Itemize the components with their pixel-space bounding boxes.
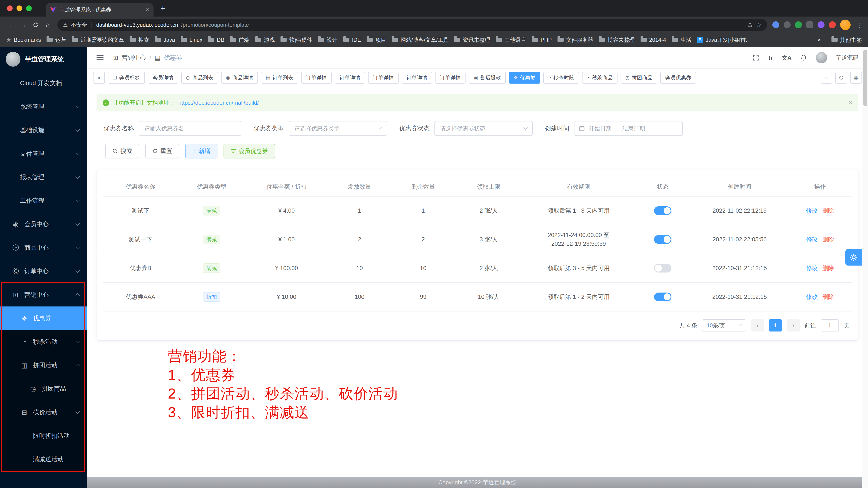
bookmark-folder[interactable]: 生活	[672, 36, 691, 44]
sidebar-item-member-center[interactable]: ◉会员中心	[0, 212, 87, 236]
home-icon[interactable]: ⌂	[42, 19, 54, 31]
status-toggle[interactable]	[654, 235, 672, 244]
tab-product-detail[interactable]: ◉商品详情	[221, 72, 258, 84]
tab-close-icon[interactable]: ×	[146, 6, 149, 13]
extension-icon[interactable]	[772, 21, 779, 28]
font-size-icon[interactable]: Tr	[768, 54, 773, 61]
tab-order-detail[interactable]: 订单详情	[335, 72, 365, 84]
sidebar-item-full-reduction-activity[interactable]: 满减送活动	[0, 448, 87, 471]
sidebar-item-system-management[interactable]: 系统管理	[0, 95, 87, 118]
coupon-name-input[interactable]	[139, 121, 241, 136]
tabs-refresh-button[interactable]	[835, 72, 847, 84]
share-icon[interactable]	[747, 22, 753, 28]
member-coupon-button[interactable]: 会员优惠券	[223, 144, 275, 159]
scrollbar-thumb[interactable]	[863, 50, 867, 106]
bookmark-folder[interactable]: 项目	[367, 36, 386, 44]
extension-icon[interactable]	[817, 21, 825, 28]
tabs-layout-button[interactable]: ▦	[850, 72, 862, 84]
search-button[interactable]: 搜索	[105, 144, 139, 159]
tab-member-coupon[interactable]: 会员优惠券	[660, 72, 696, 84]
prev-page-button[interactable]: ‹	[751, 319, 764, 332]
edit-link[interactable]: 修改	[806, 265, 818, 271]
bookmark-folder[interactable]: DB	[208, 37, 224, 43]
date-range-picker[interactable]: 开始日期 – 结束日期	[574, 121, 683, 136]
bookmark-folder[interactable]: 资讯未整理	[454, 36, 490, 44]
sidebar-item-payment-management[interactable]: 支付管理	[0, 142, 87, 166]
close-window-button[interactable]	[7, 5, 12, 11]
bookmarks-root[interactable]: ★Bookmarks	[6, 36, 41, 43]
minimize-window-button[interactable]	[17, 5, 22, 11]
forward-icon[interactable]: →	[18, 19, 30, 31]
extension-icon[interactable]	[829, 21, 836, 28]
sidebar-item-workflow[interactable]: 工作流程	[0, 189, 87, 212]
bookmark-folder[interactable]: PHP	[532, 37, 552, 43]
address-bar[interactable]: ⚠ 不安全 dashboard-vue3.yudao.iocoder.cn /p…	[57, 19, 767, 31]
extension-icon[interactable]	[795, 21, 802, 28]
edit-link[interactable]: 修改	[806, 294, 818, 300]
tabs-scroll-left-button[interactable]: «	[93, 72, 105, 84]
reload-icon[interactable]	[30, 19, 42, 31]
sidebar-item-product-center[interactable]: Ⓟ商品中心	[0, 236, 87, 259]
bookmark-folder[interactable]: 其他语言	[496, 36, 526, 44]
tab-seckill-time[interactable]: ◔秒杀时段	[544, 72, 579, 84]
bookmark-star-icon[interactable]: ☆	[756, 21, 762, 29]
tab-order-detail[interactable]: 订单详情	[368, 72, 399, 84]
app-logo[interactable]: 芋道管理系统	[0, 47, 87, 71]
breadcrumb-parent[interactable]: 营销中心	[122, 54, 146, 62]
bookmark-folder[interactable]: 2014-4	[641, 37, 666, 43]
bookmark-folder[interactable]: 前端	[230, 36, 250, 44]
alert-link[interactable]: https://doc.iocoder.cn/mall/build/	[178, 99, 259, 106]
bookmark-folder[interactable]: 设计	[318, 36, 338, 44]
bookmarks-overflow-icon[interactable]: »	[817, 36, 820, 43]
bookmark-folder[interactable]: 文件服务器	[558, 36, 593, 44]
status-toggle[interactable]	[654, 206, 672, 215]
tab-order-detail[interactable]: 订单详情	[435, 72, 466, 84]
reset-button[interactable]: 重置	[145, 144, 179, 159]
tab-product-list[interactable]: ◷商品列表	[181, 72, 218, 84]
current-page-button[interactable]: 1	[769, 319, 782, 332]
sidebar-item-marketing-center[interactable]: ⊞营销中心	[0, 283, 87, 307]
bookmark-folder[interactable]: 网站/博客/文章/工具	[392, 36, 448, 44]
browser-menu-icon[interactable]: ⋮	[857, 21, 863, 29]
sidebar-item-seckill-activity[interactable]: ◔秒杀活动	[0, 330, 87, 353]
edit-link[interactable]: 修改	[806, 236, 818, 243]
settings-gear-button[interactable]	[845, 249, 862, 265]
coupon-status-select[interactable]: 请选择优惠券状态	[434, 121, 533, 136]
goto-page-input[interactable]	[820, 319, 839, 332]
bookmark-folder[interactable]: 博客未整理	[599, 36, 635, 44]
start-date-placeholder[interactable]: 开始日期	[589, 125, 612, 132]
sidebar-item-bargain-activity[interactable]: ⊟砍价活动	[0, 401, 87, 424]
browser-tab[interactable]: 芋道管理系统 - 优惠券 ×	[46, 3, 154, 17]
tab-coupon[interactable]: ❖优惠券	[509, 72, 540, 84]
next-page-button[interactable]: ›	[787, 319, 800, 332]
status-toggle[interactable]	[654, 264, 672, 272]
tab-seckill-product[interactable]: ◔秒杀商品	[582, 72, 618, 84]
sidebar-item-cloud-docs[interactable]: Cloud 开发文档	[0, 71, 87, 95]
sidebar-item-order-center[interactable]: Ⓒ订单中心	[0, 259, 87, 283]
tab-member-tag[interactable]: ❏会员标签	[108, 72, 145, 84]
sidebar-item-infrastructure[interactable]: 基础设施	[0, 118, 87, 142]
tab-order-detail[interactable]: 订单详情	[301, 72, 332, 84]
extension-icon[interactable]	[806, 21, 813, 28]
tabs-scroll-right-button[interactable]: »	[820, 72, 832, 84]
edit-link[interactable]: 修改	[806, 207, 818, 214]
sidebar-item-groupbuy-product[interactable]: ◷拼团商品	[0, 377, 87, 401]
tab-refund[interactable]: ▣售后退款	[469, 72, 506, 84]
zoom-window-button[interactable]	[26, 5, 32, 11]
bookmark-folder[interactable]: 游戏	[255, 36, 275, 44]
back-icon[interactable]: ←	[5, 19, 18, 31]
other-bookmarks[interactable]: 其他书签	[832, 36, 862, 44]
bookmark-folder[interactable]: 软件/硬件	[280, 36, 312, 44]
profile-avatar[interactable]	[840, 20, 850, 30]
bookmark-folder[interactable]: 搜索	[130, 36, 149, 44]
delete-link[interactable]: 删除	[822, 207, 834, 214]
tab-groupbuy-product[interactable]: ◷拼团商品	[621, 72, 657, 84]
new-tab-button[interactable]: +	[160, 4, 165, 13]
bookmark-folder[interactable]: Java	[155, 37, 175, 43]
sidebar-item-coupon[interactable]: ❖优惠券	[0, 307, 87, 330]
coupon-type-select[interactable]: 请选择优惠券类型	[289, 121, 387, 136]
delete-link[interactable]: 删除	[822, 265, 834, 271]
add-button[interactable]: + 新增	[185, 144, 217, 159]
username[interactable]: 芋道源码	[836, 54, 859, 62]
delete-link[interactable]: 删除	[822, 236, 834, 243]
